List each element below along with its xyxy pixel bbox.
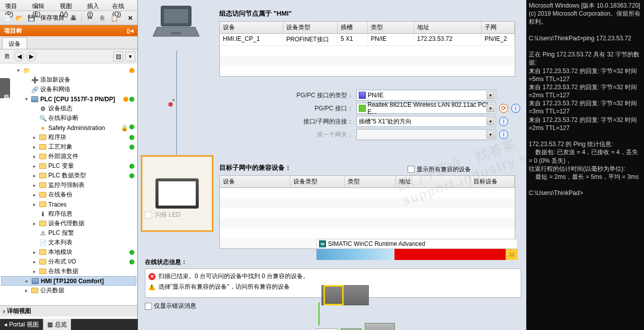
copy-icon[interactable]: ⎘ [97, 13, 107, 23]
cmd-terminal[interactable]: Microsoft Windows [版本 10.0.18363.720] (c… [526, 0, 644, 330]
tree-item[interactable]: ▸在线备份 [1, 190, 136, 200]
expand-detail-icon[interactable]: › [3, 308, 5, 315]
col-target[interactable]: 目标设备 [470, 176, 515, 187]
menu-online[interactable]: 在线(O) [109, 1, 135, 10]
print-icon[interactable]: 🖶 [68, 13, 78, 23]
expand-icon[interactable]: ▾ [15, 68, 21, 73]
col-type[interactable]: 类型 [345, 176, 396, 187]
expand-icon[interactable]: ▸ [31, 249, 37, 255]
only-errors-checkbox[interactable] [145, 303, 152, 310]
expand-icon[interactable]: ▸ [31, 173, 37, 178]
chevron-down-icon[interactable]: ▼ [487, 130, 495, 139]
tree-item[interactable]: 🔗设备和网络 [1, 85, 136, 94]
expand-icon[interactable]: ▸ [24, 278, 30, 284]
menu-project[interactable]: 项目(P) [2, 1, 27, 10]
overview-button[interactable]: ▦ 总览 [43, 319, 71, 330]
col-subnet[interactable]: 子网 [481, 22, 515, 33]
tree-options-icon[interactable]: ▾ [125, 51, 135, 61]
table-row[interactable]: HMI.IE_CP_1 PROFINET接口 5 X1 PN/IE 172.23… [220, 34, 515, 46]
conn-select[interactable]: 插槽"5 X1"处的方向 ▼ [356, 116, 496, 127]
tree-item[interactable]: ⚙设备组态 [1, 104, 136, 113]
tree-item[interactable]: ▸公共数据 [1, 286, 136, 295]
expand-icon[interactable]: ▸ [31, 192, 37, 197]
tree-item[interactable]: ▸工艺对象 [1, 142, 136, 152]
tree-item[interactable]: ▸HMI [TP1200 Comfort] [1, 276, 136, 286]
interface-info-icon[interactable]: i [511, 104, 520, 113]
expand-icon[interactable]: ▸ [31, 202, 37, 207]
tree-item[interactable]: ▸PLC 数据类型 [1, 171, 136, 180]
cut-icon[interactable]: ✂ [85, 13, 95, 23]
menu-insert[interactable]: 插入(I) [84, 1, 107, 10]
pgpc-type-select[interactable]: PN/IE ▼ [356, 90, 496, 101]
expand-icon[interactable]: ▸ [23, 288, 29, 293]
chevron-down-icon[interactable]: ▼ [487, 117, 495, 125]
col-addr[interactable]: 地址 [396, 176, 470, 187]
hardware-view[interactable]: () ET200SP [316, 260, 518, 330]
flash-led-checkbox[interactable] [145, 212, 152, 219]
wincc-runtime-window[interactable]: W SIMATIC WinCC Runtime Advanced 😊 () ET… [316, 239, 518, 330]
expand-icon[interactable]: ▸ [31, 182, 37, 188]
chevron-down-icon[interactable]: ▼ [487, 91, 495, 99]
col-device-type[interactable]: 设备类型 [283, 22, 338, 33]
tree-item[interactable]: ℹ程序信息 [1, 209, 136, 219]
gateway-info-icon[interactable]: i [499, 130, 508, 139]
expand-icon[interactable]: ▸ [31, 163, 37, 169]
gateway-select[interactable]: ▼ [356, 129, 496, 140]
side-tab-start[interactable]: 启动 [0, 78, 10, 98]
tree-item[interactable]: ▸本地模块 [1, 247, 136, 257]
col-address[interactable]: 地址 [414, 22, 481, 33]
expand-icon[interactable]: ▸ [31, 144, 37, 150]
close-icon[interactable]: ✕ [125, 13, 135, 23]
tree-back-icon[interactable]: ◀ [14, 51, 24, 61]
menu-view[interactable]: 视图(V) [57, 1, 82, 10]
open-project-icon[interactable]: 📂 [14, 13, 24, 23]
expand-icon[interactable]: ▸ [31, 135, 37, 140]
tree-item[interactable]: ▸外部源文件 [1, 152, 136, 161]
tree-collapse-icon[interactable]: ▤ [113, 51, 123, 61]
expand-icon[interactable]: ▸ [31, 259, 37, 265]
show-all-checkbox[interactable] [408, 166, 415, 173]
tree-view-icon[interactable]: 🖹 [2, 51, 12, 61]
expand-icon[interactable]: ▸ [31, 154, 37, 159]
tree-item[interactable]: ▸监控与强制表 [1, 180, 136, 190]
expand-icon[interactable]: ▾ [23, 96, 29, 102]
wincc-titlebar[interactable]: W SIMATIC WinCC Runtime Advanced [316, 239, 518, 249]
menu-edit[interactable]: 编辑(E) [29, 1, 54, 10]
hw-selected-module[interactable] [324, 285, 344, 305]
col-slot[interactable]: 插槽 [338, 22, 368, 33]
tree-item[interactable]: ▸在线卡数据 [1, 267, 136, 276]
expand-icon[interactable]: ▸ [31, 269, 37, 274]
tree-item[interactable]: 📄文本列表 [1, 238, 136, 247]
project-tree[interactable]: ▾📁➕添加新设备🔗设备和网络▾PLC [CPU 1517F-3 PN/DP]⚙设… [0, 63, 137, 305]
col-device[interactable]: 设备 [220, 176, 290, 187]
tree-item[interactable]: ▸分布式 I/O [1, 257, 136, 267]
new-project-icon[interactable]: 📄 [2, 13, 12, 23]
conn-info-icon[interactable]: i [499, 117, 508, 126]
hw-module[interactable] [365, 323, 395, 330]
paste-icon[interactable]: 📋 [109, 13, 119, 23]
tree-item[interactable]: ▸PLC 变量 [1, 161, 136, 171]
col-devtype[interactable]: 设备类型 [290, 176, 345, 187]
chevron-down-icon[interactable]: ▼ [487, 104, 495, 112]
tree-item[interactable]: ➕添加新设备 [1, 75, 136, 85]
hmi-device-selection[interactable] [141, 155, 213, 232]
col-device[interactable]: 设备 [220, 22, 283, 33]
detail-view-header[interactable]: › 详细视图 [0, 305, 137, 316]
tree-item[interactable]: ▸设备代理数据 [1, 219, 136, 228]
pgpc-if-select[interactable]: Realtek 8821CE Wireless LAN 802.11ac PCI… [356, 103, 496, 114]
tree-item[interactable]: ▸程序块 [1, 133, 136, 142]
tree-item[interactable]: 🔍在线和诊断 [1, 113, 136, 123]
collapse-panel-icon[interactable]: ▯◂ [127, 27, 133, 34]
tree-item[interactable]: ▸Traces [1, 200, 136, 209]
tree-item[interactable]: ⚠PLC 报警 [1, 228, 136, 238]
col-type[interactable]: 类型 [368, 22, 414, 33]
refresh-interfaces-icon[interactable]: ⟳ [499, 104, 508, 113]
tree-item[interactable]: ▾📁 [1, 65, 136, 75]
portal-view-button[interactable]: ◂ Portal 视图 [0, 319, 43, 330]
save-icon[interactable]: 💾 [26, 13, 36, 23]
tree-item[interactable]: ▾PLC [CPU 1517F-3 PN/DP] [1, 94, 136, 104]
tree-forward-icon[interactable]: ▶ [26, 51, 36, 61]
tree-item[interactable]: ●Safety Administration🔒 [1, 123, 136, 133]
expand-icon[interactable]: ▸ [31, 221, 37, 226]
tab-devices[interactable]: 设备 [2, 37, 27, 49]
